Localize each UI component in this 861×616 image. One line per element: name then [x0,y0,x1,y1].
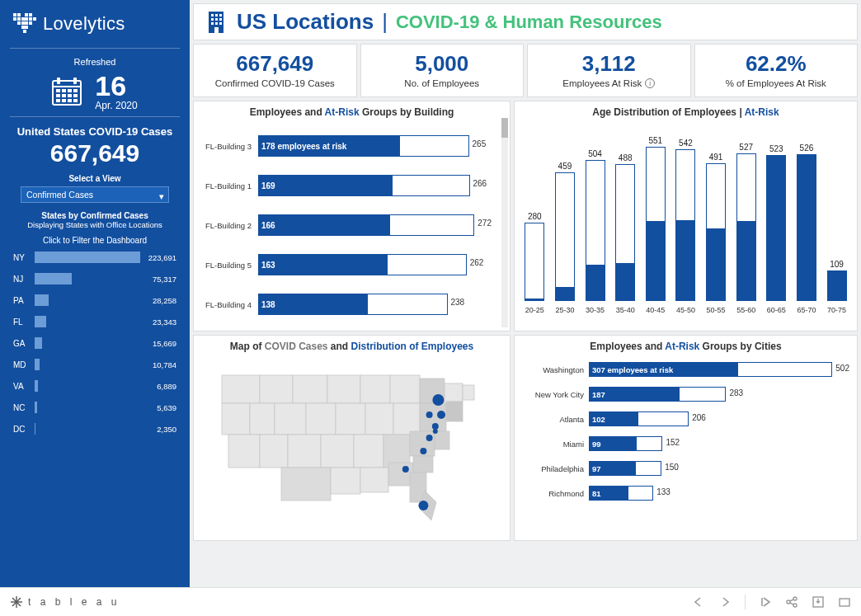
at-risk-segment [797,155,816,301]
building-row[interactable]: FL-Building 1169266 [199,166,498,205]
filter-hint: Click to Filter the Dashboard [10,236,180,245]
download-icon[interactable] [812,595,825,609]
age-column[interactable]: 491 [703,153,729,301]
calendar-icon [52,78,82,106]
age-column[interactable]: 527 [733,143,760,301]
age-label: 30-35 [582,306,609,314]
tableau-logo[interactable]: t a b l e a u [10,595,120,609]
state-row[interactable]: NJ75,317 [13,273,176,284]
state-row[interactable]: GA15,669 [13,337,176,349]
svg-rect-2 [25,13,28,16]
building-total: 266 [473,179,487,188]
building-row[interactable]: FL-Building 2166272 [199,205,498,245]
us-map[interactable] [204,360,501,525]
svg-rect-30 [62,99,66,102]
kpi-confirmed-cases: 667,649 Confirmed COVID-19 Cases [193,44,357,97]
svg-rect-73 [388,463,413,486]
state-row[interactable]: NY223,691 [13,252,176,263]
city-row[interactable]: Philadelphia97150 [520,461,850,476]
state-row[interactable]: PA28,258 [13,294,176,306]
svg-rect-34 [211,14,214,16]
svg-rect-15 [25,26,28,29]
building-row[interactable]: FL-Building 4138238 [199,284,498,324]
refresh-date: 16 Apr. 2020 [10,72,180,111]
age-column[interactable]: 523 [763,144,789,301]
state-row[interactable]: MD10,784 [13,359,176,370]
state-row[interactable]: DC2,350 [13,423,176,435]
age-label: 35-40 [612,306,638,314]
age-column[interactable]: 459 [552,162,578,301]
age-column[interactable]: 488 [612,153,638,301]
at-risk-segment [706,228,726,301]
at-risk-bar: 163 [258,254,388,275]
brand: Lovelytics [10,12,180,43]
building-row[interactable]: FL-Building 5163262 [199,245,498,284]
building-row[interactable]: FL-Building 3178 employees at risk265 [199,126,498,166]
map-marker[interactable] [426,411,432,418]
age-column[interactable]: 526 [793,143,820,301]
chart-title: Employees and At-Risk Groups by Building [194,101,510,121]
age-column[interactable]: 109 [824,260,850,301]
svg-rect-11 [21,21,25,25]
share-icon[interactable] [785,595,798,609]
redo-icon[interactable] [718,595,732,609]
state-value: 15,669 [153,339,176,348]
fullscreen-icon[interactable] [838,595,851,609]
not-at-risk-segment [615,164,635,263]
kpi-at-risk: 3,112 Employees At Risk i [527,44,691,97]
svg-rect-43 [214,27,219,33]
city-row[interactable]: Miami99152 [520,436,850,451]
svg-rect-32 [73,99,78,102]
state-row[interactable]: VA6,889 [13,380,176,392]
svg-rect-37 [211,18,214,21]
undo-icon[interactable] [692,595,705,609]
city-total: 502 [835,364,849,373]
reset-icon[interactable] [759,595,772,609]
city-total: 133 [656,487,670,496]
state-code: VA [13,382,30,391]
age-column[interactable]: 280 [521,212,548,301]
map-marker[interactable] [426,435,432,441]
map-marker[interactable] [418,501,428,510]
title-separator: | [382,9,388,35]
city-row[interactable]: Atlanta102206 [520,411,850,426]
state-value: 28,258 [153,296,176,305]
map-marker[interactable] [437,411,445,419]
svg-rect-52 [463,385,474,400]
at-risk-segment [525,299,544,301]
state-code: NC [13,403,30,412]
scrollbar[interactable] [501,118,508,327]
city-name: Richmond [520,489,584,498]
scrollbar-thumb[interactable] [501,118,508,138]
at-risk-segment [675,220,695,301]
state-row[interactable]: NC5,639 [13,402,176,413]
city-row[interactable]: New York City187283 [520,387,850,402]
state-code: NY [13,253,30,262]
age-column[interactable]: 542 [672,139,699,301]
city-row[interactable]: Washington307 employees at risk502 [520,362,850,377]
age-column[interactable]: 504 [582,149,609,301]
city-row[interactable]: Richmond81133 [520,486,850,501]
tableau-icon [10,595,23,609]
map-marker[interactable] [432,429,437,434]
age-column[interactable]: 551 [642,136,669,301]
map-marker[interactable] [432,394,444,406]
age-label: 65-70 [793,306,820,314]
state-row[interactable]: FL23,343 [13,316,176,327]
kpi-value: 667,649 [197,51,353,77]
heart-logo-icon [13,13,36,35]
svg-rect-49 [390,375,420,403]
svg-rect-27 [68,94,72,97]
chevron-down-icon: ▾ [159,191,164,201]
view-select[interactable]: Confirmed Cases ▾ [21,186,169,203]
info-icon[interactable]: i [645,78,655,88]
map-marker[interactable] [431,423,438,430]
main: US Locations | COVID-19 & Human Resource… [190,0,861,587]
kpi-value: 62.2% [699,51,854,77]
us-cases-total: 667,649 [10,139,180,167]
age-label: 40-45 [642,306,669,314]
map-marker[interactable] [420,448,426,454]
map-marker[interactable] [402,466,408,473]
at-risk-segment [736,221,756,301]
age-total: 527 [739,143,753,152]
